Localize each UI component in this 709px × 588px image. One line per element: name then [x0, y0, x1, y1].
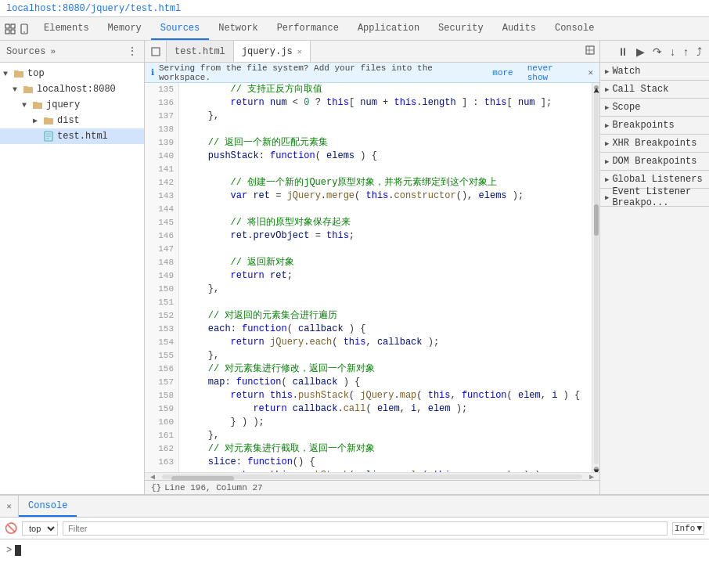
- editor-expand-icon[interactable]: [145, 41, 167, 62]
- breakpoints-label: Breakpoints: [612, 120, 674, 131]
- tab-audits[interactable]: Audits: [493, 17, 545, 40]
- console-level-select[interactable]: Info ▼: [672, 522, 704, 535]
- tree-item-localhost[interactable]: ▼ localhost:8080: [0, 81, 144, 97]
- info-icon: ℹ: [151, 67, 154, 78]
- sources-title: Sources: [6, 46, 45, 57]
- console-input-row[interactable]: >: [0, 539, 709, 561]
- code-line-163: slice: function() {: [185, 456, 585, 469]
- scroll-thumb[interactable]: [594, 204, 599, 236]
- scope-arrow-icon: ▶: [605, 103, 609, 112]
- tab-application-label: Application: [358, 23, 419, 34]
- tree-label-test-html: test.html: [57, 131, 108, 142]
- tree-item-test-html[interactable]: ▶ test.html: [0, 128, 144, 144]
- pause-button[interactable]: ⏸: [615, 44, 631, 60]
- breakpoints-section: ▶ Breakpoints: [600, 117, 709, 135]
- tab-memory[interactable]: Memory: [99, 17, 151, 40]
- svg-rect-10: [152, 48, 160, 56]
- breakpoints-header[interactable]: ▶ Breakpoints: [600, 117, 709, 134]
- code-line-164: return this.pushStack( slice.apply( this…: [185, 469, 585, 472]
- scroll-arrow-down[interactable]: ▼: [594, 467, 599, 471]
- dom-arrow-icon: ▶: [605, 157, 609, 166]
- tab-sources[interactable]: Sources: [151, 17, 209, 40]
- tab-security[interactable]: Security: [429, 17, 493, 40]
- tab-network[interactable]: Network: [209, 17, 267, 40]
- tab-performance[interactable]: Performance: [268, 17, 348, 40]
- console-clear-button[interactable]: 🚫: [5, 522, 17, 535]
- editor-tab-test-html[interactable]: test.html: [167, 41, 234, 62]
- devtools-icons: [0, 17, 34, 40]
- xhr-breakpoints-header[interactable]: ▶ XHR Breakpoints: [600, 135, 709, 152]
- code-line-140: pushStack: function( elems ) {: [185, 150, 585, 163]
- watch-section: ▶ Watch: [600, 63, 709, 81]
- watch-header[interactable]: ▶ Watch: [600, 63, 709, 80]
- code-line-142: // 创建一个新的jQuery原型对象，并将元素绑定到这个对象上: [185, 176, 585, 189]
- tree-arrow-dist: ▶: [33, 116, 42, 125]
- editor-tabs: test.html jquery.js ✕: [145, 41, 599, 63]
- editor-tab-jquery-js[interactable]: jquery.js ✕: [234, 41, 311, 62]
- sources-tree: ▼ top ▼ localhost:8080 ▼ jquery: [0, 63, 144, 494]
- code-line-138: [185, 123, 585, 136]
- console-toggle-button[interactable]: ✕: [0, 496, 19, 517]
- right-panel: ⏸ ▶ ↷ ↓ ↑ ⤴ ▶ Watch ▶ Call Stack ▶ Scope: [599, 41, 709, 494]
- code-line-139: // 返回一个新的匹配元素集: [185, 136, 585, 150]
- code-line-156: // 对元素集进行修改，返回一个新对象: [185, 363, 585, 376]
- editor-maximize-icon[interactable]: [585, 45, 595, 58]
- resume-button[interactable]: ▶: [634, 44, 647, 60]
- tab-elements[interactable]: Elements: [34, 17, 99, 40]
- call-stack-arrow-icon: ▶: [605, 85, 609, 94]
- breakpoints-arrow-icon: ▶: [605, 121, 609, 130]
- info-more-link[interactable]: more: [492, 68, 513, 78]
- tree-item-dist[interactable]: ▶ dist: [0, 113, 144, 128]
- code-container[interactable]: 135 136 137 138 139 140 141 142 143 144 …: [145, 83, 599, 472]
- event-listener-header[interactable]: ▶ Event Listener Breakpo...: [600, 189, 709, 206]
- horizontal-scrollbar[interactable]: ◀ ▶: [145, 472, 599, 480]
- code-line-136: return num < 0 ? this[ num + this.length…: [185, 96, 585, 110]
- console-filter-input[interactable]: [63, 521, 668, 536]
- tab-console[interactable]: Console: [545, 17, 603, 40]
- tree-item-jquery[interactable]: ▼ jquery: [0, 97, 144, 113]
- code-line-161: },: [185, 429, 585, 442]
- console-tab[interactable]: Console: [19, 496, 77, 517]
- status-position: Line 196, Column 27: [164, 483, 262, 492]
- dom-breakpoints-header[interactable]: ▶ DOM Breakpoints: [600, 153, 709, 170]
- call-stack-label: Call Stack: [612, 84, 668, 95]
- tab-security-label: Security: [438, 23, 484, 34]
- xhr-arrow-icon: ▶: [605, 139, 609, 148]
- editor-tab-right-controls: [581, 41, 599, 62]
- info-never-show-link[interactable]: never show: [527, 63, 579, 82]
- scroll-track: [594, 92, 599, 464]
- code-line-152: // 对返回的元素集合进行遍历: [185, 309, 585, 323]
- sources-more-button[interactable]: »: [50, 47, 56, 56]
- info-close-button[interactable]: ✕: [588, 67, 593, 78]
- sources-menu-button[interactable]: ⋮: [127, 45, 138, 58]
- step-into-button[interactable]: ↓: [668, 44, 678, 60]
- scroll-arrow-up[interactable]: ▲: [594, 85, 599, 90]
- global-listeners-header[interactable]: ▶ Global Listeners: [600, 171, 709, 188]
- vertical-scrollbar[interactable]: ▲ ▼: [592, 83, 599, 472]
- code-lines: // 支持正反方向取值 return num < 0 ? this[ num +…: [179, 83, 592, 472]
- scope-header[interactable]: ▶ Scope: [600, 99, 709, 116]
- console-context-select[interactable]: top: [22, 521, 58, 536]
- event-listener-arrow-icon: ▶: [605, 193, 609, 202]
- deactivate-button[interactable]: ⤴: [694, 44, 704, 60]
- status-bar: {} Line 196, Column 27: [145, 480, 599, 494]
- code-line-135: // 支持正反方向取值: [185, 83, 585, 96]
- svg-rect-2: [5, 30, 9, 34]
- folder-icon-jquery: [31, 99, 44, 111]
- scope-section: ▶ Scope: [600, 99, 709, 117]
- sources-header: Sources » ⋮: [0, 41, 144, 63]
- xhr-breakpoints-section: ▶ XHR Breakpoints: [600, 135, 709, 153]
- code-line-155: },: [185, 349, 585, 363]
- h-scroll-thumb[interactable]: [171, 476, 234, 481]
- tab-sources-label: Sources: [160, 23, 200, 34]
- tab-application[interactable]: Application: [348, 17, 429, 40]
- watch-label: Watch: [612, 66, 640, 77]
- step-out-button[interactable]: ↑: [681, 44, 691, 60]
- tree-item-top[interactable]: ▼ top: [0, 66, 144, 81]
- inspect-icon[interactable]: [5, 23, 16, 34]
- editor-tab-close-icon[interactable]: ✕: [297, 47, 302, 56]
- step-over-button[interactable]: ↷: [650, 44, 664, 60]
- call-stack-header[interactable]: ▶ Call Stack: [600, 81, 709, 98]
- tree-arrow-localhost: ▼: [13, 85, 22, 94]
- mobile-icon[interactable]: [19, 23, 30, 34]
